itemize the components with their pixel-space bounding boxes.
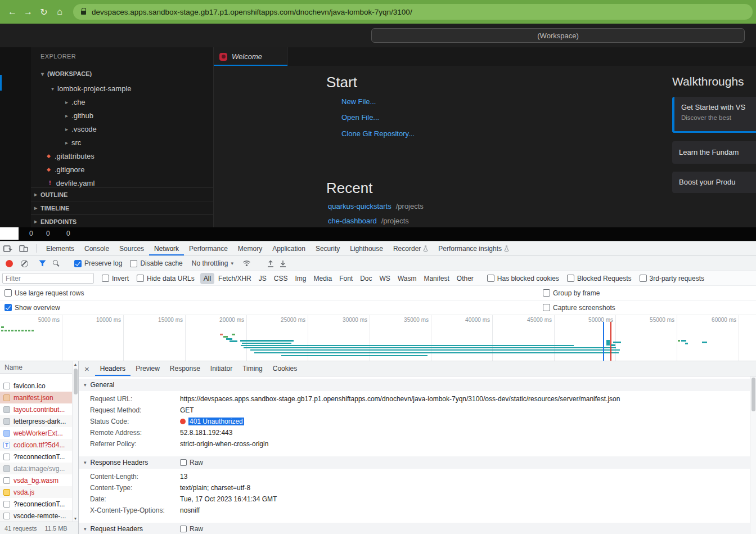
home-icon[interactable]: ⌂ bbox=[52, 7, 68, 17]
filter-chip-ws[interactable]: WS bbox=[376, 273, 394, 284]
hide-data-urls-checkbox[interactable]: Hide data URLs bbox=[137, 275, 195, 282]
tree-item-folder-github[interactable]: ▸ .github bbox=[65, 109, 93, 122]
blocked-requests-checkbox[interactable]: Blocked Requests bbox=[567, 275, 632, 282]
sidebar-panel-outline[interactable]: ▸ OUTLINE bbox=[31, 187, 213, 201]
disable-cache-checkbox[interactable]: Disable cache bbox=[130, 259, 182, 267]
close-details-button[interactable]: × bbox=[79, 361, 95, 376]
request-row[interactable]: favicon.ico bbox=[0, 380, 72, 392]
third-party-requests-checkbox[interactable]: 3rd-party requests bbox=[640, 275, 704, 282]
filter-chip-fetch-xhr[interactable]: Fetch/XHR bbox=[215, 273, 255, 284]
general-section-header[interactable]: ▾ General bbox=[79, 379, 750, 391]
filter-chip-img[interactable]: Img bbox=[291, 273, 309, 284]
tree-item-file-gitignore[interactable]: ◆ .gitignore bbox=[47, 163, 84, 176]
scrollbar-thumb[interactable] bbox=[752, 378, 755, 411]
filter-toggle-icon[interactable] bbox=[39, 260, 46, 267]
filter-chip-font[interactable]: Font bbox=[336, 273, 356, 284]
forward-icon[interactable]: → bbox=[20, 7, 36, 17]
filter-chip-css[interactable]: CSS bbox=[271, 273, 291, 284]
filter-chip-manifest[interactable]: Manifest bbox=[420, 273, 452, 284]
capture-screenshots-checkbox[interactable]: Capture screenshots bbox=[543, 304, 615, 312]
filter-chip-all[interactable]: All bbox=[200, 273, 214, 284]
tab-console[interactable]: Console bbox=[79, 241, 114, 255]
request-row[interactable]: vscode-remote-... bbox=[0, 510, 72, 522]
request-row[interactable]: vsda.js bbox=[0, 486, 72, 498]
request-row[interactable]: ?reconnectionT... bbox=[0, 498, 72, 510]
import-har-icon[interactable] bbox=[264, 260, 277, 267]
recent-item[interactable]: quarkus-quickstarts/projects bbox=[328, 202, 424, 210]
tab-application[interactable]: Application bbox=[267, 241, 310, 255]
request-headers-section-header[interactable]: ▾ Request Headers Raw bbox=[79, 523, 750, 534]
details-tab-headers[interactable]: Headers bbox=[95, 361, 130, 376]
details-scrollbar[interactable] bbox=[750, 376, 756, 534]
status-count[interactable]: 0 bbox=[66, 230, 70, 237]
address-bar[interactable]: devspaces.apps.sandbox-stage.gb17.p1.ope… bbox=[73, 4, 753, 20]
tab-performance[interactable]: Performance bbox=[184, 241, 233, 255]
network-conditions-icon[interactable] bbox=[239, 260, 255, 267]
device-toolbar-icon[interactable] bbox=[16, 241, 32, 255]
tree-root-workspace[interactable]: ▾ (WORKSPACE) bbox=[41, 68, 92, 80]
clone-repo-link[interactable]: Clone Git Repository... bbox=[341, 129, 415, 138]
has-blocked-cookies-checkbox[interactable]: Has blocked cookies bbox=[487, 275, 559, 282]
status-count[interactable]: 0 bbox=[29, 230, 33, 237]
details-tab-response[interactable]: Response bbox=[165, 361, 205, 376]
tab-elements[interactable]: Elements bbox=[41, 241, 79, 255]
raw-toggle[interactable]: Raw bbox=[180, 459, 203, 466]
search-icon[interactable] bbox=[53, 260, 58, 265]
request-row[interactable]: ?reconnectionT... bbox=[0, 451, 72, 463]
tab-recorder[interactable]: Recorder bbox=[388, 241, 433, 255]
request-row[interactable]: vsda_bg.wasm bbox=[0, 474, 72, 486]
status-count[interactable]: 0 bbox=[46, 230, 50, 237]
open-file-link[interactable]: Open File... bbox=[341, 113, 379, 122]
scrollbar-thumb[interactable] bbox=[74, 369, 78, 394]
show-overview-checkbox[interactable]: Show overview bbox=[4, 304, 60, 312]
walkthrough-card-fundamentals[interactable]: Learn the Fundam bbox=[672, 141, 756, 164]
activity-bar[interactable] bbox=[0, 47, 31, 227]
name-column-header[interactable]: Name bbox=[0, 361, 78, 374]
request-row[interactable]: webWorkerExt... bbox=[0, 427, 72, 439]
tab-welcome[interactable]: Welcome bbox=[214, 47, 288, 66]
request-list-scrollbar[interactable]: ▲ ▼ bbox=[72, 361, 78, 522]
command-center[interactable]: (Workspace) bbox=[371, 28, 745, 43]
scroll-up-icon[interactable]: ▲ bbox=[73, 362, 78, 366]
request-row[interactable]: Tcodicon.ttf?5d4... bbox=[0, 439, 72, 451]
tab-memory[interactable]: Memory bbox=[233, 241, 267, 255]
filter-chip-other[interactable]: Other bbox=[453, 273, 477, 284]
throttling-dropdown[interactable]: No throttling ▾ bbox=[192, 259, 233, 267]
sidebar-panel-timeline[interactable]: ▸ TIMELINE bbox=[31, 201, 213, 214]
walkthrough-card-productivity[interactable]: Boost your Produ bbox=[672, 172, 756, 193]
scroll-down-icon[interactable]: ▼ bbox=[73, 517, 78, 520]
details-tab-cookies[interactable]: Cookies bbox=[268, 361, 302, 376]
export-har-icon[interactable] bbox=[277, 260, 289, 267]
preserve-log-checkbox[interactable]: Preserve log bbox=[74, 259, 122, 267]
details-tab-initiator[interactable]: Initiator bbox=[205, 361, 237, 376]
tree-item-folder-src[interactable]: ▸ src bbox=[65, 136, 81, 149]
request-row[interactable]: data:image/svg... bbox=[0, 463, 72, 474]
request-row[interactable]: layout.contribut... bbox=[0, 403, 72, 415]
inspect-element-icon[interactable] bbox=[0, 241, 16, 255]
filter-chip-wasm[interactable]: Wasm bbox=[394, 273, 420, 284]
tree-item-folder-vscode[interactable]: ▸ .vscode bbox=[65, 123, 97, 135]
tree-item-folder-che[interactable]: ▸ .che bbox=[65, 96, 86, 108]
tab-performance-insights[interactable]: Performance insights bbox=[433, 241, 514, 255]
invert-checkbox[interactable]: Invert bbox=[102, 275, 129, 282]
tab-network[interactable]: Network bbox=[149, 241, 184, 255]
walkthrough-card-get-started[interactable]: Get Started with VS Discover the best bbox=[672, 97, 756, 133]
recent-item[interactable]: che-dashboard/projects bbox=[328, 217, 409, 225]
new-file-link[interactable]: New File... bbox=[341, 97, 376, 106]
tree-item-file-gitattributes[interactable]: ◆ .gitattributes bbox=[47, 150, 94, 162]
details-tab-timing[interactable]: Timing bbox=[237, 361, 268, 376]
sidebar-panel-endpoints[interactable]: ▸ ENDPOINTS bbox=[31, 214, 213, 227]
filter-chip-doc[interactable]: Doc bbox=[357, 273, 375, 284]
tab-security[interactable]: Security bbox=[310, 241, 345, 255]
request-row-selected[interactable]: manifest.json bbox=[0, 392, 72, 403]
tab-lighthouse[interactable]: Lighthouse bbox=[345, 241, 388, 255]
tab-sources[interactable]: Sources bbox=[114, 241, 149, 255]
large-request-rows-checkbox[interactable]: Use large request rows bbox=[4, 289, 84, 297]
network-overview[interactable]: 5000 ms 10000 ms 15000 ms 20000 ms 25000… bbox=[0, 315, 756, 361]
record-button[interactable] bbox=[6, 260, 13, 267]
filter-chip-media[interactable]: Media bbox=[310, 273, 335, 284]
response-headers-section-header[interactable]: ▾ Response Headers Raw bbox=[79, 456, 750, 469]
details-tab-preview[interactable]: Preview bbox=[130, 361, 165, 376]
filter-input[interactable] bbox=[2, 273, 94, 284]
group-by-frame-checkbox[interactable]: Group by frame bbox=[543, 289, 600, 297]
